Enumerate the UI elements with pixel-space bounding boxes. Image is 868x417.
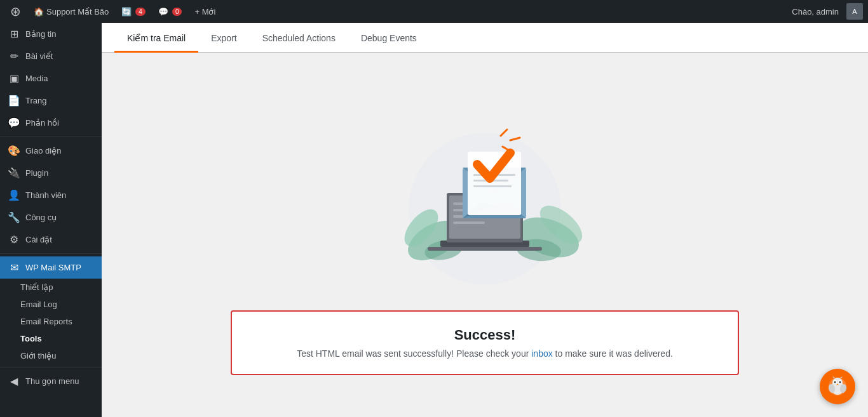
media-icon: ▣ bbox=[8, 72, 20, 84]
updates-badge: 4 bbox=[135, 8, 146, 16]
dashboard-icon: ⊞ bbox=[8, 28, 20, 40]
sidebar-item-label: Cài đặt bbox=[25, 235, 52, 244]
comments-sidebar-icon: 💬 bbox=[8, 117, 20, 129]
sidebar-item-phan-hoi[interactable]: 💬 Phản hồi bbox=[0, 112, 102, 134]
sidebar-sub-label: Giới thiệu bbox=[20, 351, 56, 361]
svg-marker-37 bbox=[840, 376, 843, 378]
tools-icon: 🔧 bbox=[8, 211, 20, 223]
svg-marker-36 bbox=[832, 376, 835, 378]
new-content-button[interactable]: + Mới bbox=[189, 0, 220, 23]
sidebar-item-label: Media bbox=[25, 74, 48, 83]
sidebar-sub-email-log[interactable]: Email Log bbox=[0, 296, 102, 313]
sidebar-item-wp-mail-smtp[interactable]: ✉ WP Mail SMTP bbox=[0, 256, 102, 279]
sidebar-separator-2 bbox=[0, 253, 102, 254]
svg-rect-14 bbox=[453, 222, 485, 224]
svg-rect-8 bbox=[428, 247, 542, 251]
site-name-label: Support Mất Bão bbox=[46, 7, 109, 17]
collapse-icon: ◀ bbox=[8, 375, 20, 387]
svg-point-31 bbox=[834, 381, 836, 383]
sidebar-item-label: Công cụ bbox=[25, 213, 57, 222]
success-message-end: to make sure it was delivered. bbox=[553, 348, 673, 359]
updates-button[interactable]: 🔄 4 bbox=[116, 0, 151, 23]
success-message-start: Test HTML email was sent successfully! P… bbox=[297, 348, 531, 359]
settings-icon: ⚙ bbox=[8, 234, 20, 246]
svg-point-32 bbox=[839, 381, 841, 383]
sidebar-item-label: Phản hồi bbox=[25, 118, 59, 128]
success-box: Success! Test HTML email was sent succes… bbox=[231, 310, 739, 375]
sidebar-item-label: WP Mail SMTP bbox=[25, 263, 81, 272]
collapse-label: Thu gọn menu bbox=[25, 376, 79, 386]
sidebar: ⊞ Bảng tin ✏ Bài viết ▣ Media 📄 Trang 💬 … bbox=[0, 23, 102, 417]
user-avatar[interactable]: A bbox=[846, 3, 863, 20]
updates-icon: 🔄 bbox=[121, 7, 132, 17]
sidebar-item-trang[interactable]: 📄 Trang bbox=[0, 89, 102, 112]
plugins-icon: 🔌 bbox=[8, 167, 20, 179]
sidebar-sub-label: Email Reports bbox=[20, 317, 72, 326]
sidebar-sub-tools[interactable]: Tools bbox=[0, 330, 102, 347]
sidebar-item-label: Giao diện bbox=[25, 146, 61, 156]
sidebar-item-bai-viet[interactable]: ✏ Bài viết bbox=[0, 45, 102, 67]
tab-debug-events[interactable]: Debug Events bbox=[348, 23, 430, 53]
sidebar-separator bbox=[0, 136, 102, 137]
site-name-button[interactable]: 🏠 Support Mất Bão bbox=[29, 0, 114, 23]
sidebar-item-label: Bảng tin bbox=[25, 29, 56, 39]
sidebar-sub-gioi-thieu[interactable]: Giới thiệu bbox=[0, 347, 102, 364]
bird-icon bbox=[826, 375, 849, 398]
email-success-illustration bbox=[364, 95, 606, 298]
sidebar-sub-label: Email Log bbox=[20, 300, 57, 309]
home-icon: 🏠 bbox=[34, 7, 44, 17]
tab-kiem-tra-email[interactable]: Kiểm tra Email bbox=[114, 23, 198, 53]
svg-line-23 bbox=[501, 129, 507, 136]
comments-button[interactable]: 💬 0 bbox=[153, 0, 187, 23]
pages-icon: 📄 bbox=[8, 95, 20, 107]
sidebar-separator-3 bbox=[0, 367, 102, 367]
tab-scheduled-actions[interactable]: Scheduled Actions bbox=[250, 23, 348, 53]
posts-icon: ✏ bbox=[8, 50, 20, 62]
sidebar-item-media[interactable]: ▣ Media bbox=[0, 67, 102, 89]
sidebar-sub-thiet-lap[interactable]: Thiết lập bbox=[0, 279, 102, 296]
sidebar-item-label: Trang bbox=[25, 96, 46, 105]
users-icon: 👤 bbox=[8, 189, 20, 201]
new-label: + Mới bbox=[194, 7, 215, 17]
sidebar-collapse-button[interactable]: ◀ Thu gọn menu bbox=[0, 370, 102, 392]
success-message: Test HTML email was sent successfully! P… bbox=[257, 348, 712, 359]
appearance-icon: 🎨 bbox=[8, 145, 20, 157]
sidebar-item-plugin[interactable]: 🔌 Plugin bbox=[0, 162, 102, 184]
sidebar-sub-label: Tools bbox=[20, 334, 42, 343]
greeting-label: Chào, admin bbox=[787, 7, 844, 17]
tabs-container: Kiểm tra Email Export Scheduled Actions … bbox=[114, 23, 855, 52]
content-body: Success! Test HTML email was sent succes… bbox=[102, 53, 868, 417]
sidebar-sub-email-reports[interactable]: Email Reports bbox=[0, 313, 102, 330]
sidebar-item-label: Plugin bbox=[25, 168, 48, 178]
wp-logo-button[interactable]: ⊛ bbox=[5, 0, 26, 23]
main-content: Kiểm tra Email Export Scheduled Actions … bbox=[102, 23, 868, 417]
sidebar-item-cai-dat[interactable]: ⚙ Cài đặt bbox=[0, 228, 102, 251]
sidebar-item-label: Bài viết bbox=[25, 51, 53, 61]
mail-icon: ✉ bbox=[8, 261, 20, 274]
svg-rect-22 bbox=[473, 185, 512, 187]
inbox-link[interactable]: inbox bbox=[531, 348, 552, 359]
comments-icon: 💬 bbox=[158, 7, 168, 17]
sidebar-item-thanh-vien[interactable]: 👤 Thành viên bbox=[0, 184, 102, 206]
success-title: Success! bbox=[257, 327, 712, 343]
sidebar-item-giao-dien[interactable]: 🎨 Giao diện bbox=[0, 140, 102, 162]
sidebar-item-cong-cu[interactable]: 🔧 Công cụ bbox=[0, 206, 102, 228]
admin-bar: ⊛ 🏠 Support Mất Bão 🔄 4 💬 0 + Mới Chào, … bbox=[0, 0, 868, 23]
sidebar-item-bang-tin[interactable]: ⊞ Bảng tin bbox=[0, 23, 102, 45]
content-header: Kiểm tra Email Export Scheduled Actions … bbox=[102, 23, 868, 53]
sidebar-sub-label: Thiết lập bbox=[20, 282, 53, 292]
comments-badge: 0 bbox=[172, 8, 182, 16]
sidebar-item-label: Thành viên bbox=[25, 190, 66, 200]
wp-logo-icon: ⊛ bbox=[10, 4, 21, 19]
tab-export[interactable]: Export bbox=[198, 23, 249, 53]
illustration-container bbox=[231, 95, 739, 298]
floating-help-button[interactable] bbox=[820, 369, 855, 404]
